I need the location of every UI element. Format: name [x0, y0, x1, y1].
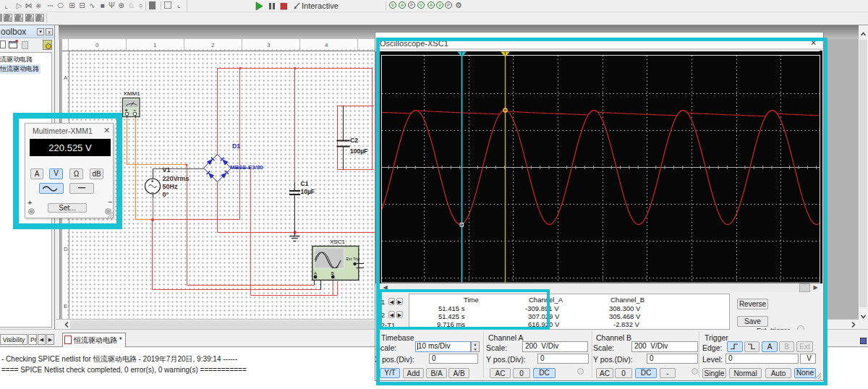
svg-text:+: +: [151, 179, 154, 184]
svg-text:Ext Trig: Ext Trig: [346, 257, 360, 261]
svg-text:−: −: [151, 190, 154, 195]
svg-text:D1: D1: [232, 142, 240, 150]
svg-text:50Hz: 50Hz: [163, 183, 179, 190]
svg-text:+: +: [125, 108, 128, 113]
svg-text:MB6S-E3/80: MB6S-E3/80: [230, 164, 263, 171]
svg-text:0°: 0°: [163, 191, 169, 198]
svg-text:−: −: [133, 108, 136, 113]
svg-text:XSC1: XSC1: [330, 239, 345, 245]
svg-text:220Vrms: 220Vrms: [163, 175, 190, 182]
svg-text:C2: C2: [350, 137, 358, 144]
svg-text:XMM1: XMM1: [124, 90, 141, 97]
svg-text:V1: V1: [163, 166, 171, 174]
svg-text:A: A: [314, 271, 317, 275]
svg-text:B: B: [331, 271, 334, 275]
svg-text:10µF: 10µF: [301, 188, 315, 195]
svg-text:100µF: 100µF: [350, 148, 367, 155]
svg-text:C1: C1: [301, 180, 309, 187]
